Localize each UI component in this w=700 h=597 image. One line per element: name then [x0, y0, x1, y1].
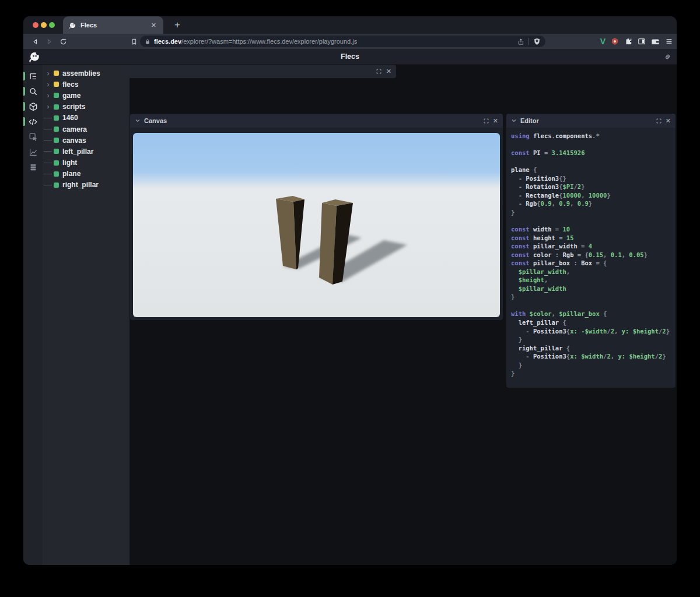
forward-button[interactable]: [42, 35, 56, 48]
tree-item-flecs[interactable]: ›flecs: [43, 79, 130, 90]
rail-item-cube[interactable]: [23, 99, 43, 114]
code-line: [511, 216, 673, 225]
menu-icon[interactable]: [665, 37, 673, 45]
tree-guide-line: [44, 163, 52, 163]
window-controls: [33, 22, 55, 28]
code-line: }: [511, 335, 673, 344]
tab-close-icon[interactable]: ✕: [150, 22, 158, 29]
close-icon[interactable]: ✕: [386, 68, 391, 75]
entity-kind-square: [54, 149, 59, 154]
entity-label: scripts: [62, 103, 85, 111]
tree-item-right_pillar[interactable]: right_pillar: [43, 180, 130, 191]
tree-guide-line: [44, 129, 52, 129]
reload-button[interactable]: [56, 35, 70, 48]
expand-chevron-icon[interactable]: ›: [44, 104, 52, 110]
inspect-icon: [29, 132, 38, 142]
editor-panel-header[interactable]: Editor ✕: [506, 114, 676, 128]
editor-panel: Editor ✕ using flecs.components.* const …: [506, 114, 676, 388]
entity-kind-square: [54, 171, 59, 177]
rail-item-rows[interactable]: [23, 160, 43, 175]
brave-shield-icon[interactable]: [533, 37, 541, 45]
rail-item-inspect[interactable]: [23, 129, 43, 145]
chevron-down-icon[interactable]: [511, 118, 517, 124]
entity-label: canvas: [62, 136, 86, 145]
rail-item-search[interactable]: [23, 84, 43, 99]
tree-guide-line: [44, 118, 52, 118]
bookmark-sidebar-icon[interactable]: [127, 35, 141, 48]
back-button[interactable]: [28, 35, 42, 48]
tree-item-left_pillar[interactable]: left_pillar: [43, 146, 130, 157]
tree-item-canvas[interactable]: canvas: [43, 135, 130, 146]
flecs-favicon: [69, 22, 76, 29]
entity-kind-square: [54, 71, 59, 76]
close-icon[interactable]: ✕: [493, 117, 498, 125]
expand-chevron-icon[interactable]: ›: [44, 71, 52, 76]
code-editor[interactable]: using flecs.components.* const PI = 3.14…: [506, 128, 676, 388]
tab-title: Flecs: [80, 22, 146, 29]
tree-item-assemblies[interactable]: ›assemblies: [43, 68, 130, 79]
rail-item-tree[interactable]: [23, 69, 43, 84]
code-line: }: [511, 369, 673, 378]
tree-item-light[interactable]: light: [43, 157, 130, 168]
code-line: const color : Rgb = {0.15, 0.1, 0.05}: [511, 251, 673, 259]
code-line: with $color, $pillar_box {: [511, 310, 673, 318]
entity-label: plane: [62, 170, 80, 178]
editor-panel-title: Editor: [520, 117, 539, 124]
fullscreen-icon[interactable]: [656, 118, 662, 124]
canvas-panel-title: Canvas: [144, 117, 167, 124]
browser-toolbar: flecs.dev/explorer/?wasm=https://www.fle…: [23, 34, 677, 49]
tree-item-game[interactable]: ›game: [43, 90, 130, 101]
zoom-window-control[interactable]: [49, 22, 55, 28]
extensions-puzzle-icon[interactable]: [624, 37, 632, 45]
code-line: - Rectangle{10000, 10000}: [511, 191, 673, 200]
chart-icon: [29, 148, 38, 157]
tree-item-1460[interactable]: 1460: [43, 113, 130, 124]
close-window-control[interactable]: [33, 22, 38, 28]
hexagon-extension-icon[interactable]: [611, 37, 619, 45]
rail-item-code[interactable]: [23, 114, 43, 129]
wallet-icon[interactable]: [651, 38, 660, 45]
rail-item-chart[interactable]: [23, 145, 43, 160]
tree-guide-line: [44, 151, 52, 152]
tree-item-camera[interactable]: camera: [43, 124, 130, 135]
entity-kind-square: [54, 160, 59, 166]
entity-kind-square: [54, 115, 59, 121]
canvas-panel-header[interactable]: Canvas ✕: [130, 114, 503, 128]
fullscreen-icon[interactable]: [376, 68, 382, 75]
browser-tab[interactable]: Flecs ✕: [63, 16, 163, 34]
tree-item-plane[interactable]: plane: [43, 168, 130, 180]
url-bar[interactable]: flecs.dev/explorer/?wasm=https://www.fle…: [140, 36, 545, 47]
fullscreen-icon[interactable]: [483, 118, 489, 124]
share-icon[interactable]: [517, 38, 524, 45]
expand-chevron-icon[interactable]: ›: [44, 93, 52, 99]
code-line: right_pillar {: [511, 344, 673, 353]
share-link-icon[interactable]: [663, 52, 672, 61]
tree-item-scripts[interactable]: ›scripts: [43, 101, 130, 113]
entity-kind-square: [54, 82, 59, 87]
minimize-window-control[interactable]: [41, 22, 47, 28]
expand-chevron-icon[interactable]: ›: [44, 82, 52, 87]
entity-label: left_pillar: [62, 148, 93, 156]
code-line: }: [511, 361, 673, 370]
flecs-logo-icon[interactable]: [29, 51, 41, 63]
code-line: [511, 141, 673, 149]
sidebar-toggle-icon[interactable]: [638, 37, 646, 45]
app-content: ›assemblies›flecs›game›scripts1460camera…: [23, 65, 677, 565]
code-line: using flecs.components.*: [511, 132, 673, 141]
entity-kind-square: [54, 93, 59, 98]
code-line: - Position3{}: [511, 174, 673, 183]
code-line: - Rgb{0.9, 0.9, 0.9}: [511, 199, 673, 208]
code-line: - Rotation3{$PI/2}: [511, 182, 673, 191]
close-icon[interactable]: ✕: [666, 117, 671, 125]
vue-devtools-extension-icon[interactable]: V: [600, 37, 606, 46]
chevron-down-icon[interactable]: [135, 118, 141, 124]
code-icon: [28, 117, 38, 127]
entity-label: flecs: [62, 80, 78, 89]
tree-guide-line: [44, 185, 52, 185]
tree-guide-line: [44, 140, 52, 141]
entity-label: 1460: [62, 114, 78, 122]
3d-viewport[interactable]: [133, 133, 500, 317]
new-tab-button[interactable]: +: [170, 18, 184, 32]
panel-rail: [23, 65, 43, 565]
cube-icon: [29, 102, 38, 111]
